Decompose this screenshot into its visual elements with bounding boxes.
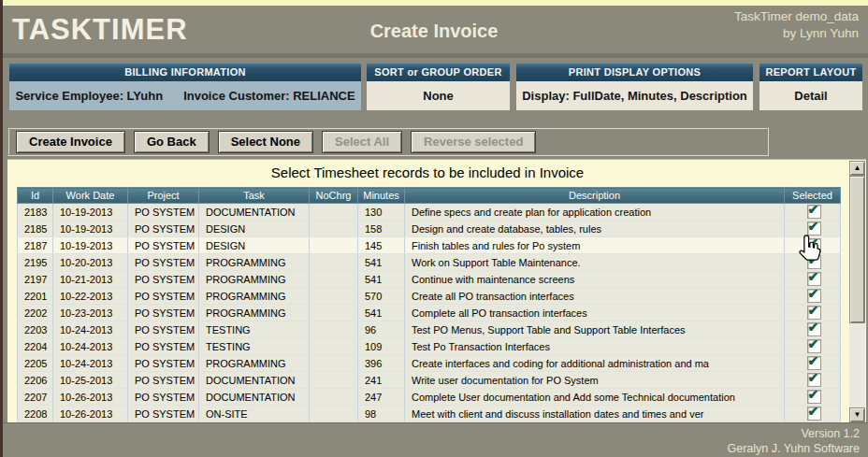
cell-id: 2203 bbox=[18, 321, 53, 338]
selected-cell: ✔ bbox=[785, 321, 841, 338]
cell-project: PO SYSTEM bbox=[128, 204, 199, 221]
row-selected-checkbox[interactable]: ✔ bbox=[807, 390, 821, 404]
row-selected-checkbox[interactable]: ✔ bbox=[807, 205, 821, 219]
table-row: 219710-21-2013PO SYSTEMPROGRAMMING541Con… bbox=[18, 271, 841, 288]
cell-minutes: 98 bbox=[358, 406, 405, 422]
cell-nochrg bbox=[310, 372, 358, 389]
select-all-button: Select All bbox=[322, 131, 402, 153]
cell-nochrg bbox=[310, 389, 358, 406]
row-selected-checkbox[interactable]: ✔ bbox=[807, 339, 821, 353]
print-display-options-panel: PRINT DISPLAY OPTIONS Display: FullDate,… bbox=[516, 64, 753, 110]
cell-minutes: 145 bbox=[358, 237, 405, 254]
row-selected-checkbox[interactable]: ✔ bbox=[807, 407, 821, 421]
scroll-down-icon[interactable]: ▼ bbox=[849, 407, 865, 422]
scrollbar-thumb[interactable] bbox=[849, 176, 865, 323]
cell-description: Complete all PO transaction interfaces bbox=[405, 305, 785, 321]
footer: Version 1.2 Geralyn J. Yuhn Software bbox=[0, 422, 868, 457]
check-icon: ✔ bbox=[808, 321, 819, 336]
version-label: Version 1.2 bbox=[727, 426, 860, 441]
cell-nochrg bbox=[310, 305, 358, 321]
cell-task: PROGRAMMING bbox=[199, 288, 310, 305]
service-employee-value: Service Employee: LYuhn bbox=[15, 89, 163, 103]
cell-project: PO SYSTEM bbox=[128, 237, 199, 254]
cell-id: 2201 bbox=[18, 288, 53, 305]
cell-task: DESIGN bbox=[199, 221, 310, 237]
cell-minutes: 247 bbox=[358, 389, 405, 406]
cell-work-date: 10-19-2013 bbox=[53, 221, 128, 237]
selected-cell: ✔ bbox=[785, 355, 841, 372]
col-header-nochrg: NoChrg bbox=[310, 188, 358, 204]
cell-work-date: 10-26-2013 bbox=[53, 389, 128, 406]
cell-minutes: 158 bbox=[358, 221, 405, 237]
cell-task: PROGRAMMING bbox=[199, 254, 310, 271]
selected-cell: ✔ bbox=[785, 305, 841, 321]
check-icon: ✔ bbox=[808, 355, 819, 369]
records-selection-title: Select Timesheet records to be included … bbox=[7, 164, 847, 180]
go-back-button[interactable]: Go Back bbox=[134, 131, 210, 153]
vertical-scrollbar[interactable]: ▲ ▼ bbox=[849, 161, 865, 422]
row-selected-checkbox[interactable]: ✔ bbox=[807, 356, 821, 370]
cell-id: 2202 bbox=[18, 305, 53, 321]
col-header-work-date: Work Date bbox=[53, 188, 128, 204]
header-divider bbox=[3, 53, 868, 58]
check-icon: ✔ bbox=[808, 271, 819, 285]
cell-nochrg bbox=[310, 321, 358, 338]
select-none-button[interactable]: Select None bbox=[218, 131, 313, 153]
table-header-row: Id Work Date Project Task NoChrg Minutes… bbox=[18, 188, 841, 204]
cell-project: PO SYSTEM bbox=[128, 271, 199, 288]
print-display-options-value: Display: FullDate, Minutes, Description bbox=[516, 81, 753, 110]
scroll-up-icon[interactable]: ▲ bbox=[849, 161, 865, 176]
selected-cell: ✔ bbox=[785, 221, 841, 237]
cell-nochrg bbox=[310, 221, 358, 237]
cell-id: 2197 bbox=[18, 271, 53, 288]
table-row: 220810-26-2013PO SYSTEMON-SITE98Meet wit… bbox=[18, 406, 841, 422]
cell-description: Complete User documentation and Add some… bbox=[405, 389, 785, 406]
cell-work-date: 10-24-2013 bbox=[53, 355, 128, 372]
cell-task: PROGRAMMING bbox=[199, 355, 310, 372]
toolbar: Create Invoice Go Back Select None Selec… bbox=[7, 127, 769, 156]
table-row: 218510-19-2013PO SYSTEMDESIGN158Design a… bbox=[18, 221, 841, 237]
row-selected-checkbox[interactable]: ✔ bbox=[807, 221, 821, 236]
row-selected-checkbox[interactable]: ✔ bbox=[807, 322, 821, 336]
table-row: 220310-24-2013PO SYSTEMTESTING96Test PO … bbox=[18, 321, 841, 338]
cell-task: TESTING bbox=[199, 338, 310, 355]
cell-nochrg bbox=[310, 204, 358, 221]
cell-nochrg bbox=[310, 271, 358, 288]
cell-task: ON-SITE bbox=[199, 406, 310, 422]
cell-description: Meet with client and discuss installatio… bbox=[405, 406, 785, 422]
author-credit: by Lynn Yuhn bbox=[734, 25, 859, 42]
table-row: 220510-24-2013PO SYSTEMPROGRAMMING396Cre… bbox=[18, 355, 841, 372]
cell-work-date: 10-19-2013 bbox=[53, 237, 128, 254]
cell-task: PROGRAMMING bbox=[199, 271, 310, 288]
col-header-id: Id bbox=[18, 188, 53, 204]
cell-project: PO SYSTEM bbox=[128, 355, 199, 372]
cell-work-date: 10-24-2013 bbox=[53, 321, 128, 338]
check-icon: ✔ bbox=[808, 204, 819, 218]
cell-minutes: 109 bbox=[358, 338, 405, 355]
cell-project: PO SYSTEM bbox=[128, 321, 199, 338]
top-accent-strip bbox=[0, 0, 868, 6]
selected-cell: ✔ bbox=[785, 204, 841, 221]
cell-description: Write user documentation for PO System bbox=[405, 372, 785, 389]
selected-cell: ✔ bbox=[785, 372, 841, 389]
cell-id: 2187 bbox=[18, 237, 53, 254]
cell-minutes: 130 bbox=[358, 204, 405, 221]
cell-task: DOCUMENTATION bbox=[199, 204, 310, 221]
create-invoice-button[interactable]: Create Invoice bbox=[16, 131, 125, 153]
print-display-options-header: PRINT DISPLAY OPTIONS bbox=[516, 64, 753, 81]
cell-project: PO SYSTEM bbox=[128, 406, 199, 422]
row-selected-checkbox[interactable]: ✔ bbox=[807, 272, 821, 286]
row-selected-checkbox[interactable]: ✔ bbox=[807, 289, 821, 303]
row-selected-checkbox[interactable]: ✔ bbox=[807, 238, 821, 252]
check-icon: ✔ bbox=[808, 372, 819, 386]
selected-cell: ✔ bbox=[785, 338, 841, 355]
row-selected-checkbox[interactable]: ✔ bbox=[807, 373, 821, 387]
row-selected-checkbox[interactable]: ✔ bbox=[807, 306, 821, 320]
cell-work-date: 10-23-2013 bbox=[53, 305, 128, 321]
col-header-description: Description bbox=[405, 188, 785, 204]
cell-project: PO SYSTEM bbox=[128, 372, 199, 389]
selected-cell: ✔ bbox=[785, 254, 841, 271]
row-selected-checkbox[interactable]: ✔ bbox=[807, 255, 821, 269]
selected-cell: ✔ bbox=[785, 271, 841, 288]
report-layout-header: REPORT LAYOUT bbox=[760, 64, 862, 81]
